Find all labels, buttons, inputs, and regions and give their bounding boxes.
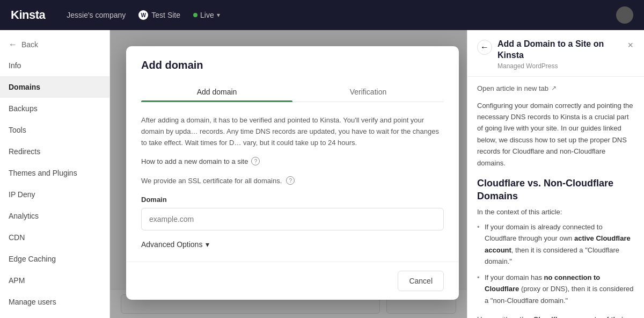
external-link-icon: ↗ bbox=[551, 84, 557, 92]
chevron-down-icon: ▾ bbox=[217, 11, 220, 19]
advanced-options-label: Advanced Options bbox=[141, 240, 202, 249]
sidebar-item-apm[interactable]: APM bbox=[0, 270, 109, 291]
open-article-link[interactable]: Open article in new tab ↗ bbox=[477, 84, 634, 92]
back-button[interactable]: ← Back bbox=[0, 34, 109, 55]
back-label: Back bbox=[21, 40, 38, 49]
right-panel-intro: Configuring your domain correctly and po… bbox=[477, 100, 634, 169]
sidebar-item-themes-plugins[interactable]: Themes and Plugins bbox=[0, 162, 109, 184]
open-article-text: Open article in new tab bbox=[477, 84, 548, 92]
chevron-down-icon: ▾ bbox=[206, 240, 209, 249]
link-text: How to add a new domain to a site bbox=[141, 157, 248, 165]
ssl-line: We provide an SSL certificate for all do… bbox=[141, 176, 444, 185]
modal-backdrop: Add domain Add domain Verification After… bbox=[110, 30, 467, 318]
sidebar: ← Back Info Domains Backups Tools Redire… bbox=[0, 30, 110, 318]
wordpress-icon: W bbox=[138, 10, 148, 20]
right-panel-title-block: Add a Domain to a Site on Kinsta Managed… bbox=[497, 39, 621, 70]
live-status[interactable]: Live ▾ bbox=[193, 11, 220, 19]
right-panel-subtitle: Managed WordPress bbox=[497, 62, 621, 70]
sidebar-item-info[interactable]: Info bbox=[0, 55, 109, 76]
kinsta-logo: Kinsta bbox=[11, 8, 45, 22]
help-icon: ? bbox=[251, 157, 260, 165]
modal-title: Add domain bbox=[141, 59, 444, 71]
modal-description: After adding a domain, it has to be veri… bbox=[141, 115, 444, 148]
ssl-text: We provide an SSL certificate for all do… bbox=[141, 177, 282, 185]
domain-input[interactable] bbox=[141, 208, 444, 230]
right-panel-section-title: Cloudflare vs. Non-Cloudflare Domains bbox=[477, 177, 634, 203]
user-avatar[interactable] bbox=[616, 6, 633, 24]
add-domain-modal: Add domain Add domain Verification After… bbox=[126, 46, 459, 300]
right-panel-back-button[interactable]: ← bbox=[477, 40, 492, 55]
right-panel-users-text: Users with active Cloudflare accounts of… bbox=[477, 314, 634, 318]
company-name[interactable]: Jessie's company bbox=[67, 11, 126, 19]
sidebar-item-manage-users[interactable]: Manage users bbox=[0, 291, 109, 313]
sidebar-item-tools[interactable]: Tools bbox=[0, 119, 109, 141]
right-panel-list: If your domain is already connected to C… bbox=[477, 221, 634, 306]
tab-add-domain[interactable]: Add domain bbox=[141, 82, 292, 102]
live-label: Live bbox=[200, 11, 214, 19]
back-arrow-icon: ← bbox=[480, 42, 489, 52]
list-item: If your domain is already connected to C… bbox=[477, 221, 634, 268]
right-panel-title: Add a Domain to a Site on Kinsta bbox=[497, 39, 621, 61]
tab-verification[interactable]: Verification bbox=[292, 82, 444, 102]
topbar: Kinsta Jessie's company W Test Site Live… bbox=[0, 0, 644, 30]
right-panel-body: Open article in new tab ↗ Configuring yo… bbox=[467, 77, 644, 318]
domain-label: Domain bbox=[141, 196, 444, 204]
list-item: If your domain has no connection to Clou… bbox=[477, 272, 634, 306]
close-icon[interactable]: × bbox=[626, 39, 634, 52]
sidebar-item-ip-deny[interactable]: IP Deny bbox=[0, 184, 109, 205]
sidebar-item-cdn[interactable]: CDN bbox=[0, 227, 109, 248]
sidebar-item-redirects[interactable]: Redirects bbox=[0, 141, 109, 162]
ssl-info-icon: ? bbox=[286, 176, 295, 185]
cancel-button[interactable]: Cancel bbox=[398, 271, 444, 291]
sidebar-item-domains[interactable]: Domains bbox=[0, 76, 109, 98]
back-arrow-icon: ← bbox=[9, 40, 17, 49]
right-panel: ← Add a Domain to a Site on Kinsta Manag… bbox=[467, 30, 644, 318]
sidebar-item-edge-caching[interactable]: Edge Caching bbox=[0, 248, 109, 270]
right-panel-header: ← Add a Domain to a Site on Kinsta Manag… bbox=[467, 30, 644, 77]
live-dot-icon bbox=[193, 13, 197, 17]
site-selector[interactable]: W Test Site bbox=[138, 10, 180, 20]
right-panel-section-intro: In the context of this article: bbox=[477, 208, 634, 216]
content-area: Add domain Add domain Verification After… bbox=[110, 30, 467, 318]
modal-tabs: Add domain Verification bbox=[141, 82, 444, 102]
sidebar-item-backups[interactable]: Backups bbox=[0, 98, 109, 119]
modal-footer: Cancel bbox=[126, 262, 459, 300]
main-layout: ← Back Info Domains Backups Tools Redire… bbox=[0, 30, 644, 318]
site-name: Test Site bbox=[151, 11, 180, 19]
how-to-link[interactable]: How to add a new domain to a site ? bbox=[141, 157, 444, 165]
modal-header: Add domain Add domain Verification bbox=[126, 46, 459, 102]
sidebar-item-analytics[interactable]: Analytics bbox=[0, 205, 109, 227]
advanced-options-toggle[interactable]: Advanced Options ▾ bbox=[141, 240, 444, 249]
modal-body: After adding a domain, it has to be veri… bbox=[126, 102, 459, 262]
